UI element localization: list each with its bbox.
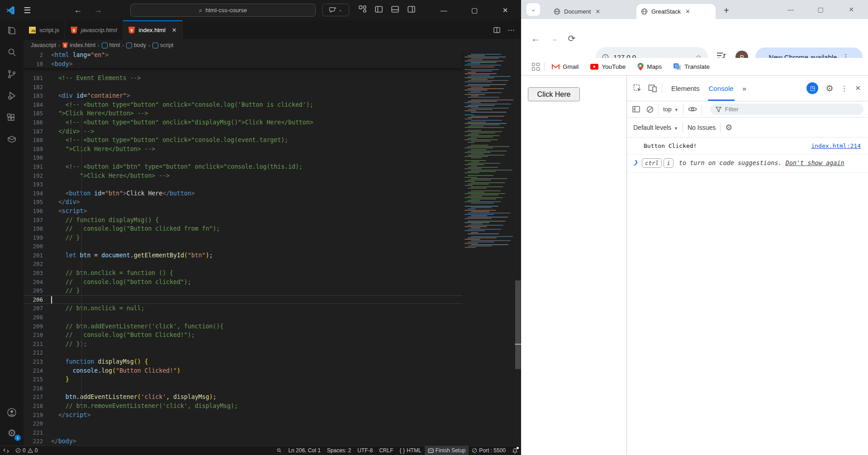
back-arrow-icon[interactable]: ← — [74, 5, 82, 15]
copilot-button[interactable]: ✦ ⌄ — [322, 4, 349, 16]
indentation[interactable]: Spaces: 2 — [324, 446, 354, 455]
tab-close-icon[interactable]: ✕ — [172, 27, 177, 33]
tab-label: script.js — [39, 27, 59, 33]
minimap[interactable] — [462, 51, 515, 446]
tab-close-icon[interactable]: ✕ — [595, 8, 600, 15]
clear-console-icon[interactable] — [646, 106, 654, 113]
chrome-close-button[interactable]: ✕ — [841, 0, 861, 19]
devtools-menu-icon[interactable]: ⋮ — [840, 84, 848, 93]
breadcrumb-symbol-script[interactable]: script — [152, 42, 174, 48]
chrome-minimize-button[interactable]: — — [781, 0, 801, 19]
customize-layout-icon[interactable] — [359, 5, 366, 13]
bookmark-maps[interactable]: Maps — [637, 63, 662, 71]
live-preview-icon[interactable] — [6, 133, 18, 145]
breadcrumb-symbol-html[interactable]: html — [102, 42, 120, 48]
scrollbar-thumb[interactable] — [515, 280, 521, 369]
breadcrumb-symbol-body[interactable]: body — [126, 42, 146, 48]
tab-greatstack[interactable]: GreatStack ✕ — [636, 4, 716, 19]
extensions-icon[interactable] — [6, 112, 18, 123]
finish-setup-button[interactable]: Finish Setup — [425, 446, 469, 455]
close-button[interactable]: ✕ — [495, 0, 516, 20]
run-debug-icon[interactable] — [6, 90, 18, 102]
code-line: 204 // console.log("botton clicked"); — [24, 278, 462, 287]
more-actions-icon[interactable]: ⋯ — [508, 26, 515, 34]
search-sidebar-icon[interactable] — [6, 47, 18, 58]
settings-gear-icon[interactable]: ⚙ 1 — [6, 427, 18, 439]
console-filter-input[interactable]: Filter — [710, 104, 863, 115]
editor-scrollbar[interactable] — [515, 51, 521, 446]
devtools-close-icon[interactable]: ✕ — [855, 84, 861, 92]
tab-search-button[interactable]: ⌄ — [526, 3, 540, 16]
log-levels-dropdown[interactable]: Default levels▼ — [633, 124, 678, 131]
tab-document[interactable]: Document ✕ — [549, 4, 605, 19]
tab-close-icon[interactable]: ✕ — [685, 8, 690, 15]
problems-indicator[interactable]: 0 0 — [12, 446, 41, 455]
divider — [683, 104, 683, 114]
code-line: 194 <button id="btn">Click Here</button> — [24, 189, 462, 198]
breadcrumb-folder[interactable]: Javascript — [31, 42, 56, 48]
console-sidebar-icon[interactable] — [632, 106, 640, 113]
forward-arrow-icon[interactable]: → — [94, 5, 102, 15]
explorer-icon[interactable] — [6, 25, 18, 37]
tab-script-js[interactable]: JS script.js — [24, 20, 65, 40]
chevron-right-icon: › — [122, 43, 124, 48]
device-toolbar-icon[interactable] — [648, 84, 657, 92]
notifications-bell-icon[interactable] — [509, 446, 521, 455]
language-mode[interactable]: { }HTML — [397, 446, 425, 455]
inspect-element-icon[interactable] — [633, 84, 642, 93]
html-file-icon: 5 — [71, 27, 77, 34]
menu-icon[interactable]: ☰ — [24, 5, 31, 15]
issues-counter[interactable]: No Issues — [688, 124, 716, 131]
symbol-icon — [102, 43, 108, 48]
eol-sequence[interactable]: CRLF — [376, 446, 396, 455]
cursor-position[interactable]: Ln 206, Col 1 — [285, 446, 323, 455]
indent-guide — [81, 216, 82, 411]
search-box[interactable]: ⌕ html-css-course — [130, 4, 316, 17]
tab-index-html[interactable]: 5 index.html ✕ — [123, 20, 183, 40]
bookmark-youtube[interactable]: YouTube — [590, 63, 626, 70]
line-number: 184 — [24, 100, 43, 109]
page-content: Click Here — [521, 76, 626, 455]
minimize-button[interactable]: — — [433, 0, 454, 20]
devtools-settings-icon[interactable]: ⚙ — [825, 83, 833, 94]
bookmark-translate[interactable]: 文G Translate — [674, 63, 710, 70]
code-line: 212 — [24, 348, 462, 357]
tab-console[interactable]: Console — [704, 76, 738, 101]
code-line: 218 // btn.removeEventListener('click', … — [24, 402, 462, 411]
tab-javascrip-html[interactable]: 5 javascrip.html — [65, 20, 123, 40]
back-button[interactable]: ← — [526, 33, 545, 44]
forward-button[interactable]: → — [545, 33, 563, 44]
source-control-icon[interactable] — [6, 68, 18, 80]
remote-indicator[interactable] — [0, 446, 12, 455]
live-server-port[interactable]: Port : 5500 — [469, 446, 509, 455]
ai-assistance-icon[interactable]: ◳ — [806, 82, 818, 94]
toggle-secondary-sidebar-icon[interactable] — [408, 5, 415, 13]
chevron-right-icon: › — [148, 43, 150, 48]
code-editor[interactable]: 2<html lang="en">10<body> 180 181 <!-- E… — [24, 51, 521, 446]
live-expression-eye-icon[interactable] — [688, 106, 697, 112]
account-icon[interactable] — [6, 407, 18, 418]
click-here-button[interactable]: Click Here — [528, 87, 580, 101]
search-text: html-css-course — [205, 7, 247, 14]
toggle-panel-icon[interactable] — [391, 5, 399, 13]
code-line: 209 // btn.addEventListener('click', fun… — [24, 322, 462, 331]
dismiss-hint-link[interactable]: Don't show again — [786, 159, 844, 166]
bookmark-gmail[interactable]: Gmail — [552, 63, 579, 70]
source-link[interactable]: index.html:214 — [811, 142, 861, 149]
breadcrumb-file[interactable]: 5index.html — [62, 42, 95, 48]
reload-button[interactable]: ⟳ — [563, 33, 581, 44]
toggle-sidebar-icon[interactable] — [375, 5, 383, 13]
more-panels-icon[interactable]: » — [738, 76, 751, 101]
context-selector[interactable]: top▼ — [663, 106, 678, 113]
encoding[interactable]: UTF-8 — [354, 446, 376, 455]
split-editor-icon[interactable] — [493, 27, 500, 33]
new-tab-button[interactable]: + — [724, 5, 729, 16]
chrome-maximize-button[interactable]: ▢ — [811, 0, 830, 19]
youtube-icon — [590, 64, 598, 70]
line-number: 206 — [24, 295, 43, 304]
console-settings-gear-icon[interactable]: ⚙ — [725, 123, 732, 133]
zoom-indicator-icon[interactable] — [273, 446, 285, 455]
tab-elements[interactable]: Elements — [667, 76, 704, 101]
maximize-button[interactable]: ▢ — [464, 0, 485, 20]
apps-grid-icon[interactable] — [532, 63, 540, 71]
